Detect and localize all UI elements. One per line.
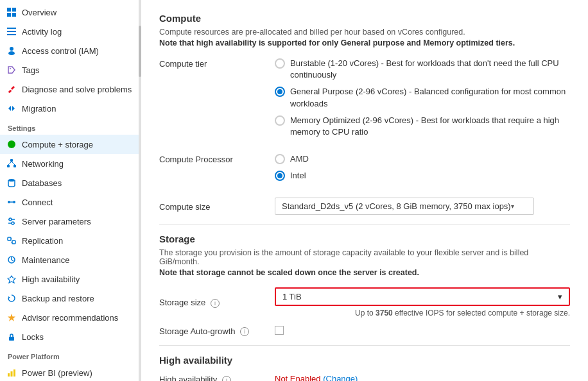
sidebar-item-access-control[interactable]: Access control (IAM) bbox=[0, 41, 141, 60]
sidebar: Overview Activity log Access control (IA… bbox=[0, 0, 141, 381]
sidebar-item-label: Databases bbox=[22, 178, 62, 188]
svg-rect-36 bbox=[8, 373, 10, 377]
sidebar-item-compute-storage[interactable]: Compute + storage bbox=[0, 135, 141, 154]
svg-point-18 bbox=[8, 179, 15, 182]
sidebar-item-label: High availability bbox=[22, 275, 80, 284]
svg-line-17 bbox=[12, 162, 15, 165]
radio-intel[interactable]: Intel bbox=[275, 170, 570, 182]
storage-autogrowth-info-icon[interactable]: i bbox=[240, 327, 249, 336]
ha-section-title: High availability bbox=[159, 355, 570, 366]
storage-section-title: Storage bbox=[159, 233, 570, 244]
storage-size-controls: 1 TiB ▾ Up to 3750 effective IOPS for se… bbox=[275, 287, 570, 318]
storage-size-row: Storage size i 1 TiB ▾ Up to 3750 effect… bbox=[159, 287, 570, 318]
svg-point-10 bbox=[10, 68, 11, 69]
compute-size-dropdown[interactable]: Standard_D2ds_v5 (2 vCores, 8 GiB memory… bbox=[275, 198, 534, 215]
sidebar-item-maintenance[interactable]: Maintenance bbox=[0, 250, 141, 269]
ha-change-link[interactable]: (Change) bbox=[323, 374, 358, 381]
compute-info1: Compute resources are pre-allocated and … bbox=[159, 28, 570, 37]
compute-size-label: Compute size bbox=[159, 201, 262, 212]
svg-rect-1 bbox=[12, 8, 16, 12]
sidebar-item-label: Locks bbox=[22, 332, 44, 342]
sidebar-item-migration[interactable]: Migration bbox=[0, 99, 141, 118]
svg-rect-37 bbox=[11, 371, 13, 377]
radio-general-label: General Purpose (2-96 vCores) - Balanced… bbox=[290, 86, 570, 109]
sidebar-item-power-bi[interactable]: Power BI (preview) bbox=[0, 363, 141, 381]
sidebar-item-tags[interactable]: Tags bbox=[0, 60, 141, 80]
sidebar-scroll-thumb bbox=[139, 26, 141, 77]
sidebar-item-label: Compute + storage bbox=[22, 140, 93, 149]
replication-icon bbox=[6, 235, 17, 246]
circle-icon bbox=[6, 139, 17, 149]
backup-icon bbox=[6, 293, 17, 303]
wrench-icon bbox=[6, 84, 17, 94]
sidebar-item-backup-restore[interactable]: Backup and restore bbox=[0, 289, 141, 308]
sidebar-item-activity-log[interactable]: Activity log bbox=[0, 22, 141, 41]
svg-rect-26 bbox=[8, 237, 11, 241]
sidebar-item-label: Maintenance bbox=[22, 255, 69, 265]
sidebar-item-replication[interactable]: Replication bbox=[0, 231, 141, 250]
sidebar-item-high-availability[interactable]: High availability bbox=[0, 269, 141, 289]
storage-info2: Note that storage cannot be scaled down … bbox=[159, 268, 570, 277]
tag-icon bbox=[6, 65, 17, 75]
radio-amd-circle bbox=[275, 154, 285, 164]
svg-point-12 bbox=[8, 140, 15, 148]
chevron-down-icon: ▾ bbox=[511, 203, 514, 210]
person-icon bbox=[6, 46, 17, 56]
lock-icon bbox=[6, 332, 17, 342]
sidebar-item-networking[interactable]: Networking bbox=[0, 154, 141, 173]
radio-memory[interactable]: Memory Optimized (2-96 vCores) - Best fo… bbox=[275, 115, 570, 138]
storage-autogrowth-checkbox[interactable] bbox=[275, 326, 284, 335]
compute-size-value: Standard_D2ds_v5 (2 vCores, 8 GiB memory… bbox=[282, 201, 511, 211]
svg-rect-15 bbox=[13, 165, 16, 167]
sidebar-item-connect[interactable]: Connect bbox=[0, 192, 141, 212]
svg-rect-5 bbox=[7, 31, 16, 32]
radio-amd[interactable]: AMD bbox=[275, 153, 570, 165]
sidebar-item-databases[interactable]: Databases bbox=[0, 173, 141, 192]
sidebar-item-label: Networking bbox=[22, 159, 64, 169]
sidebar-item-label: Access control (IAM) bbox=[22, 46, 99, 56]
sidebar-scrollbar bbox=[139, 0, 141, 381]
sidebar-scroll: Overview Activity log Access control (IA… bbox=[0, 0, 141, 381]
svg-rect-3 bbox=[12, 13, 16, 17]
sidebar-item-label: Power BI (preview) bbox=[22, 368, 92, 378]
radio-burstable-label: Burstable (1-20 vCores) - Best for workl… bbox=[290, 58, 570, 81]
radio-memory-circle bbox=[275, 115, 285, 126]
section-divider bbox=[159, 224, 570, 224]
main-content: Compute Compute resources are pre-alloca… bbox=[141, 0, 588, 381]
sidebar-item-advisor[interactable]: Advisor recommendations bbox=[0, 308, 141, 327]
sidebar-item-label: Connect bbox=[22, 198, 53, 207]
sidebar-item-overview[interactable]: Overview bbox=[0, 3, 141, 22]
svg-rect-35 bbox=[9, 337, 14, 341]
ha-value: Not Enabled (Change) bbox=[275, 374, 358, 381]
radio-intel-circle bbox=[275, 171, 285, 181]
svg-marker-9 bbox=[8, 67, 15, 73]
svg-rect-11 bbox=[8, 90, 12, 94]
ha-info-icon[interactable]: i bbox=[222, 376, 231, 381]
sidebar-item-label: Advisor recommendations bbox=[22, 313, 118, 323]
svg-marker-34 bbox=[8, 314, 15, 321]
migrate-icon bbox=[6, 103, 17, 114]
svg-point-19 bbox=[8, 201, 10, 203]
radio-general[interactable]: General Purpose (2-96 vCores) - Balanced… bbox=[275, 86, 570, 109]
svg-rect-13 bbox=[10, 159, 13, 162]
svg-point-23 bbox=[9, 218, 12, 221]
storage-size-info-icon[interactable]: i bbox=[211, 299, 220, 308]
settings-section-label: Settings bbox=[0, 118, 141, 135]
advisor-icon bbox=[6, 312, 17, 323]
svg-marker-33 bbox=[8, 296, 10, 299]
compute-processor-label: Compute Processor bbox=[159, 153, 262, 164]
sidebar-item-locks[interactable]: Locks bbox=[0, 327, 141, 346]
sidebar-item-diagnose[interactable]: Diagnose and solve problems bbox=[0, 80, 141, 99]
svg-rect-4 bbox=[7, 28, 16, 29]
network-icon bbox=[6, 158, 17, 169]
svg-rect-2 bbox=[7, 13, 11, 17]
sidebar-item-label: Server parameters bbox=[22, 217, 91, 226]
sidebar-item-label: Backup and restore bbox=[22, 294, 94, 303]
storage-size-dropdown[interactable]: 1 TiB ▾ bbox=[275, 287, 570, 306]
ha-row: High availability i Not Enabled (Change) bbox=[159, 373, 570, 381]
radio-burstable[interactable]: Burstable (1-20 vCores) - Best for workl… bbox=[275, 58, 570, 81]
svg-point-20 bbox=[13, 201, 15, 203]
compute-section-title: Compute bbox=[159, 13, 570, 24]
sidebar-item-server-parameters[interactable]: Server parameters bbox=[0, 212, 141, 231]
ha-icon bbox=[6, 274, 17, 284]
